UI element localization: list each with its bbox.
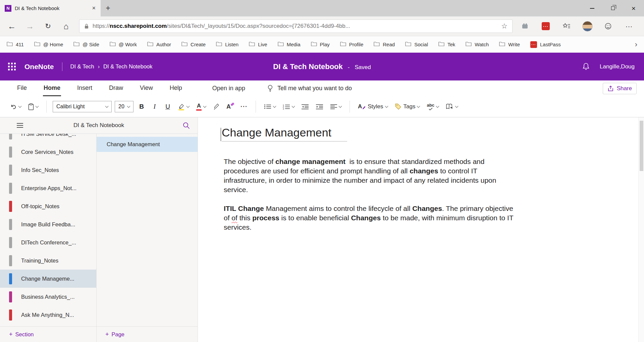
increase-indent-button[interactable]: [314, 102, 325, 111]
bookmark-item[interactable]: ··· Play: [311, 42, 330, 47]
browser-tab[interactable]: N DI & Tech Notebook ×: [0, 0, 101, 16]
folder-icon: [311, 42, 317, 47]
page-title-field[interactable]: Change Management: [222, 126, 347, 141]
spellcheck-button[interactable]: abc: [425, 101, 440, 112]
refresh-button[interactable]: ↻: [39, 22, 57, 30]
styles-button[interactable]: A Styles: [356, 102, 390, 112]
page-item[interactable]: Change Management: [97, 137, 198, 152]
bookmark-item[interactable]: ··· Write: [499, 42, 520, 47]
breadcrumb-site[interactable]: DI & Tech: [70, 63, 94, 70]
bookmark-item[interactable]: ··· 411: [7, 42, 24, 47]
section-item[interactable]: Ask Me Anything_N...: [0, 306, 96, 324]
notifications-bell-icon[interactable]: [582, 63, 590, 71]
close-button[interactable]: ×: [623, 0, 644, 16]
bold-button[interactable]: B: [137, 103, 147, 110]
new-tab-button[interactable]: +: [101, 0, 115, 16]
breadcrumb-chevron-icon: ›: [98, 64, 100, 70]
menu-tab[interactable]: File: [16, 80, 28, 96]
section-item[interactable]: Off-topic_Notes: [0, 197, 96, 215]
bookmark-item[interactable]: ··· Author: [147, 42, 171, 47]
user-name[interactable]: Langille,Doug: [600, 63, 635, 70]
section-color-tab: [9, 134, 12, 139]
bookmark-item[interactable]: ··· @ Side: [73, 42, 99, 47]
menu-tab[interactable]: Home: [43, 80, 61, 96]
breadcrumb-notebook[interactable]: DI & Tech Notebook: [103, 63, 152, 70]
profile-button[interactable]: [579, 21, 596, 32]
font-color-button[interactable]: A: [194, 101, 208, 112]
bookmark-item[interactable]: ··· Listen: [216, 42, 238, 47]
section-item[interactable]: ITSM Service Desk_...: [0, 134, 96, 143]
home-button[interactable]: ⌂: [57, 21, 75, 31]
back-button[interactable]: ←: [3, 21, 21, 31]
menu-tab[interactable]: View: [139, 80, 154, 96]
spellcheck-abc-icon: abc: [427, 103, 434, 110]
tab-close-icon[interactable]: ×: [90, 5, 97, 12]
menu-tab[interactable]: Help: [169, 80, 183, 96]
section-item[interactable]: Change Manageme...: [0, 270, 96, 288]
bookmark-item[interactable]: ··· LastPass: [530, 41, 561, 48]
app-launcher-waffle-icon[interactable]: [8, 63, 16, 70]
menu-tab[interactable]: Draw: [108, 80, 124, 96]
settings-more-icon[interactable]: ···: [621, 22, 637, 30]
format-painter-button[interactable]: [211, 102, 221, 112]
lastpass-extension-icon[interactable]: ···: [537, 22, 554, 30]
clear-formatting-button[interactable]: A: [224, 102, 235, 112]
share-button[interactable]: Share: [603, 83, 637, 94]
decrease-indent-button[interactable]: [300, 102, 311, 111]
scrollbar-thumb[interactable]: [640, 121, 643, 171]
hamburger-menu-icon[interactable]: [17, 123, 23, 128]
bookmark-item[interactable]: ··· Watch: [466, 42, 489, 47]
highlighter-button[interactable]: [176, 102, 191, 112]
bookmarks-overflow-icon[interactable]: ›: [631, 40, 637, 49]
favorite-star-icon[interactable]: ☆: [501, 22, 507, 30]
feedback-smiley-icon[interactable]: [600, 22, 616, 30]
section-item[interactable]: Image Build Feedba...: [0, 215, 96, 233]
restore-button[interactable]: [602, 0, 623, 16]
section-item[interactable]: Info Sec_Notes: [0, 161, 96, 179]
section-item[interactable]: Training_Notes: [0, 251, 96, 270]
hub-favorites-icon[interactable]: [558, 23, 575, 30]
tags-button[interactable]: Tags: [393, 102, 422, 112]
forward-button[interactable]: →: [21, 21, 39, 31]
app-name[interactable]: OneNote: [24, 63, 54, 71]
note-canvas[interactable]: Change Management The objective of chang…: [198, 117, 644, 342]
bookmark-item[interactable]: ··· Social: [405, 42, 428, 47]
bullet-list-button[interactable]: [262, 102, 278, 111]
bookmark-item[interactable]: ··· Read: [374, 42, 395, 47]
content-scrollbar[interactable]: [638, 117, 644, 342]
italic-button[interactable]: I: [150, 103, 160, 110]
section-item[interactable]: DITech Conference_...: [0, 233, 96, 251]
page-body[interactable]: The objective of change management is to…: [224, 157, 521, 241]
numbered-list-button[interactable]: 123: [281, 102, 297, 111]
search-icon[interactable]: [182, 122, 190, 131]
bookmark-item[interactable]: ··· Profile: [340, 42, 364, 47]
workspace: DI & Tech Notebook ITSM Service Desk_...: [0, 117, 644, 342]
chevron-down-icon: [292, 104, 295, 108]
section-item[interactable]: Business Analytics_...: [0, 288, 96, 306]
paste-button[interactable]: [26, 102, 40, 112]
notebook-sidebar: DI & Tech Notebook ITSM Service Desk_...: [0, 117, 198, 342]
underline-button[interactable]: U: [163, 103, 173, 110]
section-item[interactable]: Core Services_Notes: [0, 143, 96, 161]
extension-icon[interactable]: [517, 23, 533, 30]
tell-me-box[interactable]: Tell me what you want to do: [267, 80, 352, 96]
bookmark-item[interactable]: ··· Tek: [438, 42, 455, 47]
bookmark-item[interactable]: ··· @ Home: [34, 42, 63, 47]
menu-tab[interactable]: Insert: [76, 80, 93, 96]
more-formatting-button[interactable]: ···: [238, 102, 250, 112]
bookmark-item[interactable]: ··· @ Work: [110, 42, 137, 47]
add-section-button[interactable]: + Section: [0, 326, 96, 342]
immersive-reader-button[interactable]: [444, 102, 460, 111]
bookmark-item[interactable]: ··· Create: [181, 42, 206, 47]
add-page-button[interactable]: + Page: [97, 326, 198, 342]
section-item[interactable]: Enterprise Apps_Not...: [0, 179, 96, 197]
bookmark-item[interactable]: ··· Live: [249, 42, 267, 47]
minimize-button[interactable]: [582, 0, 602, 16]
font-size-select[interactable]: 20: [115, 101, 133, 112]
address-bar[interactable]: https://nscc.sharepoint.com/sites/DI&Tec…: [79, 19, 513, 33]
undo-button[interactable]: [8, 102, 23, 111]
alignment-button[interactable]: [328, 102, 343, 111]
font-name-select[interactable]: Calibri Light: [53, 101, 112, 112]
bookmark-item[interactable]: ··· Media: [278, 42, 301, 47]
open-in-app-button[interactable]: Open in app: [212, 80, 245, 96]
